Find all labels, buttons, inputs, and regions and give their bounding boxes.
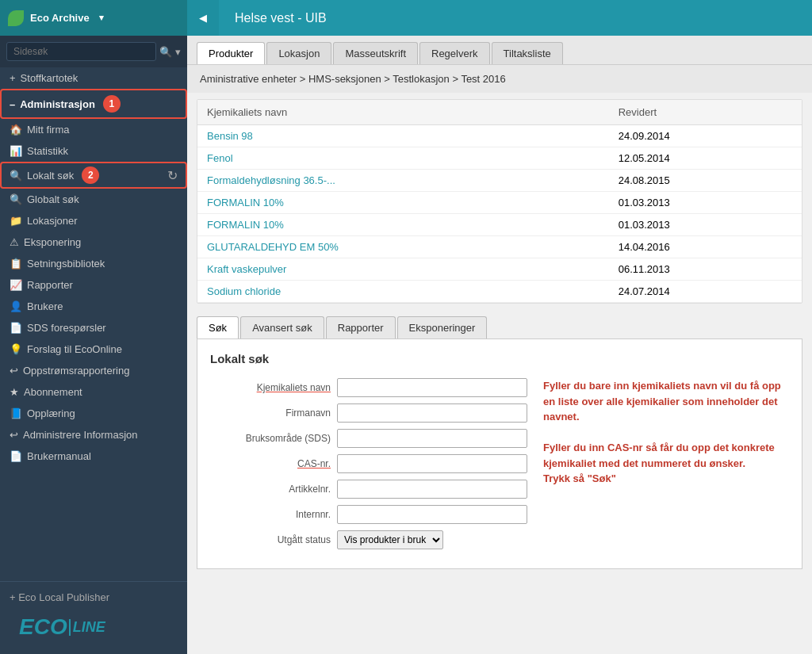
table-row[interactable]: GLUTARALDEHYD EM 50%14.04.2016 bbox=[197, 236, 802, 258]
eco-logo: ECO LINE bbox=[10, 606, 178, 648]
search-icon[interactable]: 🔍 bbox=[159, 46, 172, 58]
search-form: Kjemikaliets navn Firmanavn Bruksområde … bbox=[210, 378, 527, 556]
sidebar-item-label: Statistikk bbox=[27, 145, 68, 157]
sidebar-item-administrere-informasjon[interactable]: ↩ Administrere Informasjon bbox=[0, 424, 187, 446]
table-row[interactable]: FORMALIN 10%01.03.2013 bbox=[197, 192, 802, 214]
sidebar-item-globalt-sok[interactable]: 🔍 Globalt søk bbox=[0, 189, 187, 210]
doc-icon: 📄 bbox=[10, 322, 22, 334]
chemical-name[interactable]: Fenol bbox=[197, 147, 609, 170]
doc-icon: 📄 bbox=[10, 450, 22, 462]
sidebar-item-label: Globalt søk bbox=[27, 193, 79, 205]
chemical-name[interactable]: FORMALIN 10% bbox=[197, 192, 609, 214]
table-row[interactable]: Sodium chloride24.07.2014 bbox=[197, 281, 802, 303]
sidebar-item-label: Opplæring bbox=[27, 407, 75, 419]
sidebar-item-opplaering[interactable]: 📘 Opplæring bbox=[0, 403, 187, 424]
warning-icon: ⚠ bbox=[10, 236, 19, 248]
leaf-icon bbox=[8, 10, 24, 26]
home-icon: 🏠 bbox=[10, 124, 22, 136]
badge-1: 1 bbox=[103, 95, 121, 113]
chemical-name[interactable]: Sodium chloride bbox=[197, 281, 609, 303]
field-bruksomrade: Bruksområde (SDS) bbox=[210, 429, 527, 448]
chemical-date: 01.03.2013 bbox=[609, 192, 802, 214]
sidebar-item-administrasjon[interactable]: – Administrasjon 1 bbox=[0, 89, 187, 119]
input-bruksomrade[interactable] bbox=[337, 429, 527, 448]
input-cas-nr[interactable] bbox=[337, 454, 527, 473]
select-utgatt-status[interactable]: Vis produkter i bruk bbox=[337, 530, 443, 549]
table-row[interactable]: Fenol12.05.2014 bbox=[197, 147, 802, 170]
sidebar-item-label: SDS forespørsler bbox=[27, 322, 106, 334]
book-icon: 📘 bbox=[10, 407, 22, 419]
sidebar-item-brukermanual[interactable]: 📄 Brukermanual bbox=[0, 446, 187, 467]
chemicals-table: Kjemikaliets navn Revidert Bensin 9824.0… bbox=[197, 100, 802, 303]
sidebar-item-label: Rapporter bbox=[27, 279, 73, 291]
chemical-name[interactable]: Formaldehydløsning 36.5-... bbox=[197, 170, 609, 192]
sidebar-item-forslag-ecoonline[interactable]: 💡 Forslag til EcoOnline bbox=[0, 338, 187, 360]
sidebar-item-sds-foresporser[interactable]: 📄 SDS forespørsler bbox=[0, 317, 187, 338]
sidebar-item-label: Mitt firma bbox=[27, 124, 69, 136]
sidebar-item-brukere[interactable]: 👤 Brukere bbox=[0, 296, 187, 317]
input-internnr[interactable] bbox=[337, 505, 527, 524]
col-header-name: Kjemikaliets navn bbox=[197, 100, 609, 125]
input-artikkelnr[interactable] bbox=[337, 480, 527, 499]
tab-eksponeringer[interactable]: Eksponeringer bbox=[397, 316, 488, 338]
sidebar-item-lokasjoner[interactable]: 📁 Lokasjoner bbox=[0, 210, 187, 231]
table-row[interactable]: Formaldehydløsning 36.5-...24.08.2015 bbox=[197, 170, 802, 192]
sidebar-item-rapporter[interactable]: 📈 Rapporter bbox=[0, 274, 187, 296]
table-row[interactable]: FORMALIN 10%01.03.2013 bbox=[197, 214, 802, 236]
search-input[interactable] bbox=[6, 42, 156, 61]
label-utgatt-status: Utgått status bbox=[210, 534, 337, 545]
tab-sok[interactable]: Søk bbox=[197, 316, 239, 338]
chemical-name[interactable]: Bensin 98 bbox=[197, 125, 609, 147]
sidebar-item-stoffkartotek[interactable]: + Stoffkartotek bbox=[0, 67, 187, 89]
brand-logo[interactable]: Eco Archive ▾ bbox=[0, 0, 187, 36]
refresh-icon[interactable]: ↻ bbox=[167, 168, 178, 183]
label-cas-nr: CAS-nr. bbox=[210, 458, 337, 469]
chemical-name[interactable]: FORMALIN 10% bbox=[197, 214, 609, 236]
chart-icon: 📈 bbox=[10, 279, 22, 291]
input-firmanavn[interactable] bbox=[337, 403, 527, 423]
search-tab-bar: Søk Avansert søk Rapporter Eksponeringer bbox=[197, 316, 802, 339]
sidebar-item-setningsbibliotek[interactable]: 📋 Setningsbibliotek bbox=[0, 253, 187, 274]
sidebar-item-oppstromsrapportering[interactable]: ↩ Oppstrømsrapportering bbox=[0, 360, 187, 381]
sidebar-item-label: Stoffkartotek bbox=[21, 72, 79, 84]
tab-masseutskrift[interactable]: Masseutskrift bbox=[333, 42, 418, 64]
chemical-date: 24.08.2015 bbox=[609, 170, 802, 192]
label-kjemikaliets-navn: Kjemikaliets navn bbox=[210, 382, 337, 393]
search-panel-title: Lokalt søk bbox=[210, 352, 789, 365]
tab-rapporter[interactable]: Rapporter bbox=[326, 316, 396, 338]
sidebar-item-mitt-firma[interactable]: 🏠 Mitt firma bbox=[0, 119, 187, 140]
list-icon: 📋 bbox=[10, 258, 22, 270]
tab-regelverk[interactable]: Regelverk bbox=[419, 42, 490, 64]
folder-icon: 📁 bbox=[10, 215, 22, 227]
search-section: Søk Avansert søk Rapporter Eksponeringer… bbox=[197, 316, 802, 569]
tab-tiltaksliste[interactable]: Tiltaksliste bbox=[492, 42, 563, 64]
sidebar-toggle[interactable]: ◀ bbox=[187, 0, 219, 36]
sidebar-item-label: Administrere Informasjon bbox=[23, 429, 138, 441]
chevron-down-icon: ▾ bbox=[99, 13, 104, 23]
search-panel: Lokalt søk Kjemikaliets navn Firmanavn B… bbox=[197, 339, 802, 569]
field-artikkelnr: Artikkelnr. bbox=[210, 480, 527, 499]
label-internnr: Internnr. bbox=[210, 509, 337, 520]
chevron-down-icon[interactable]: ▾ bbox=[175, 46, 181, 58]
plus-icon: + bbox=[10, 72, 16, 84]
sidebar-item-lokalt-sok[interactable]: 🔍 Lokalt søk 2 ↻ bbox=[0, 162, 187, 189]
badge-2: 2 bbox=[82, 166, 99, 184]
tab-lokasjon[interactable]: Lokasjon bbox=[266, 42, 331, 64]
table-row[interactable]: Bensin 9824.09.2014 bbox=[197, 125, 802, 147]
sidebar-item-statistikk[interactable]: 📊 Statistikk bbox=[0, 140, 187, 162]
search-icon: 🔍 bbox=[10, 170, 22, 182]
sidebar-item-eco-local-publisher[interactable]: + Eco Local Publisher bbox=[10, 588, 178, 606]
chemicals-table-area: Kjemikaliets navn Revidert Bensin 9824.0… bbox=[197, 99, 802, 304]
brand-name: Eco Archive bbox=[30, 12, 90, 24]
sidebar-item-abonnement[interactable]: ★ Abonnement bbox=[0, 381, 187, 403]
tab-avansert-sok[interactable]: Avansert søk bbox=[240, 316, 324, 338]
col-header-revidert: Revidert bbox=[609, 100, 802, 125]
sidebar-item-label: Lokalt søk bbox=[27, 170, 74, 182]
input-kjemikaliets-navn[interactable] bbox=[337, 378, 527, 397]
chemical-name[interactable]: Kraft vaskepulver bbox=[197, 258, 609, 281]
chemical-name[interactable]: GLUTARALDEHYD EM 50% bbox=[197, 236, 609, 258]
sidebar-search-bar: 🔍 ▾ bbox=[0, 36, 187, 67]
sidebar-item-eksponering[interactable]: ⚠ Eksponering bbox=[0, 231, 187, 253]
table-row[interactable]: Kraft vaskepulver06.11.2013 bbox=[197, 258, 802, 281]
tab-produkter[interactable]: Produkter bbox=[197, 42, 265, 64]
